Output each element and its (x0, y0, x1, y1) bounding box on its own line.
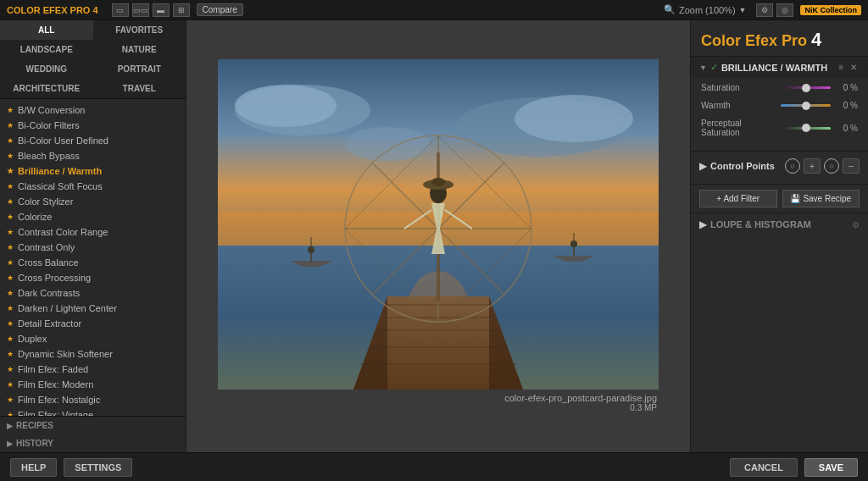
filter-label: Brilliance / Warmth (18, 166, 102, 176)
warmth-value: 0 % (834, 101, 858, 110)
filter-film-modern[interactable]: ★ Film Efex: Modern (0, 377, 186, 392)
tab-landscape[interactable]: LANDSCAPE (0, 40, 93, 59)
star-icon: ★ (7, 274, 14, 282)
star-icon: ★ (7, 258, 14, 267)
cp-add-button[interactable]: + (804, 158, 821, 174)
star-icon: ★ (7, 121, 14, 130)
main-layout: ALL FAVORITES LANDSCAPE NATURE WEDDING P… (0, 20, 868, 452)
view-settings-icon[interactable]: ⚙ (756, 3, 773, 17)
filter-bleach-bypass[interactable]: ★ Bleach Bypass (0, 148, 186, 163)
help-button[interactable]: HELP (10, 458, 57, 477)
section-close-icon[interactable]: ✕ (848, 63, 860, 72)
cp-circle-remove-icon[interactable]: ○ (824, 158, 839, 174)
loupe-icon[interactable]: ◎ (776, 3, 793, 17)
section-menu-icon[interactable]: ≡ (836, 63, 846, 72)
save-button[interactable]: SAVE (804, 458, 858, 477)
filter-label: Duplex (18, 334, 47, 344)
filter-cross-processing[interactable]: ★ Cross Processing (0, 270, 186, 285)
app-title: COLOR EFEX PRO 4 (7, 5, 98, 15)
tab-nature[interactable]: NATURE (93, 40, 186, 59)
filter-label: Contrast Color Range (18, 227, 108, 237)
category-tabs: ALL FAVORITES LANDSCAPE NATURE WEDDING P… (0, 20, 186, 99)
tab-wedding[interactable]: WEDDING (0, 59, 93, 79)
tab-favorites[interactable]: FAVORITES (93, 20, 186, 40)
filter-color-stylizer[interactable]: ★ Color Stylizer (0, 194, 186, 209)
layout-single-icon[interactable]: ▭ (112, 3, 129, 17)
zoom-chevron-icon[interactable]: ▼ (739, 6, 747, 14)
bottom-left-actions: HELP SETTINGS (10, 458, 132, 477)
recipes-toggle[interactable]: ▶ RECIPES (0, 417, 186, 434)
loupe-header[interactable]: ▶ LOUPE & HISTOGRAM ⚙ (691, 213, 868, 235)
filter-bicolor-user-defined[interactable]: ★ Bi-Color User Defined (0, 133, 186, 148)
bottom-right-actions: CANCEL SAVE (730, 458, 858, 477)
brilliance-section-header[interactable]: ▼ ✓ BRILLIANCE / WARMTH ≡ ✕ (691, 57, 868, 78)
filter-duplex[interactable]: ★ Duplex (0, 331, 186, 346)
filter-contrast-color-range[interactable]: ★ Contrast Color Range (0, 224, 186, 240)
filter-darken-lighten[interactable]: ★ Darken / Lighten Center (0, 301, 186, 316)
filter-detail-extractor[interactable]: ★ Detail Extractor (0, 316, 186, 331)
add-filter-button[interactable]: + Add Filter (699, 190, 777, 207)
star-icon: ★ (7, 213, 14, 221)
cp-circle-select-icon[interactable]: ○ (785, 158, 800, 174)
control-points-section: ▶ Control Points ○ + ○ − (691, 151, 868, 184)
compare-button[interactable]: Compare (197, 3, 243, 16)
cancel-button[interactable]: CANCEL (730, 458, 798, 477)
layout-split-v-icon[interactable]: ▭▭ (132, 3, 149, 17)
saturation-thumb[interactable] (802, 84, 810, 92)
saturation-slider[interactable] (781, 86, 831, 89)
filter-brilliance-warmth[interactable]: ★ Brilliance / Warmth (0, 163, 186, 179)
section-enabled-icon: ✓ (710, 62, 718, 73)
tab-travel[interactable]: TRAVEL (93, 79, 186, 98)
save-recipe-button[interactable]: 💾 Save Recipe (782, 190, 860, 207)
history-toggle[interactable]: ▶ HISTORY (0, 434, 186, 452)
filter-label: Dark Contrasts (18, 288, 80, 298)
warmth-slider[interactable] (781, 104, 831, 107)
settings-button[interactable]: SETTINGS (64, 458, 132, 477)
perceptual-thumb[interactable] (802, 124, 810, 132)
warmth-track (781, 104, 831, 107)
tab-architecture[interactable]: ARCHITECTURE (0, 79, 93, 98)
filter-label: Detail Extractor (18, 318, 81, 329)
cp-expand-icon: ▶ (699, 160, 707, 172)
loupe-settings-icon[interactable]: ⚙ (852, 220, 860, 229)
filter-label: Film Efex: Modern (18, 379, 93, 390)
star-icon: ★ (7, 319, 14, 328)
filter-label: B/W Conversion (18, 105, 85, 115)
cp-remove-button[interactable]: − (843, 158, 860, 174)
loupe-expand-icon: ▶ (699, 218, 707, 230)
nik-badge: NiK Collection (800, 5, 861, 15)
loupe-title: LOUPE & HISTOGRAM (710, 219, 849, 229)
star-icon: ★ (7, 228, 14, 236)
perceptual-slider[interactable] (781, 127, 831, 130)
sliders-container: Saturation 0 % Warmth (691, 78, 868, 151)
filter-label: Cross Balance (18, 257, 79, 268)
filter-classical-soft-focus[interactable]: ★ Classical Soft Focus (0, 179, 186, 194)
filter-cross-balance[interactable]: ★ Cross Balance (0, 255, 186, 270)
filter-film-faded[interactable]: ★ Film Efex: Faded (0, 362, 186, 377)
filter-dynamic-skin[interactable]: ★ Dynamic Skin Softener (0, 346, 186, 362)
filter-bicolor-filters[interactable]: ★ Bi-Color Filters (0, 118, 186, 133)
filter-dark-contrasts[interactable]: ★ Dark Contrasts (0, 285, 186, 301)
save-recipe-icon: 💾 (790, 194, 800, 203)
filter-label: Bleach Bypass (18, 151, 80, 161)
tab-all[interactable]: ALL (0, 20, 93, 40)
star-icon: ★ (7, 304, 14, 312)
filter-colorize[interactable]: ★ Colorize (0, 209, 186, 224)
filter-label: Film Efex: Vintage (18, 410, 93, 416)
tab-portrait[interactable]: PORTRAIT (93, 59, 186, 79)
filter-film-nostalgic[interactable]: ★ Film Efex: Nostalgic (0, 392, 186, 407)
layout-icons: ▭ ▭▭ ▬ ⊞ (112, 3, 190, 17)
image-filename: color-efex-pro_postcard-paradise.jpg (220, 393, 657, 403)
warmth-thumb[interactable] (802, 102, 810, 110)
layout-quad-icon[interactable]: ⊞ (173, 3, 190, 17)
save-recipe-label: Save Recipe (803, 194, 851, 203)
layout-split-h-icon[interactable]: ▬ (153, 3, 170, 17)
filter-film-vintage[interactable]: ★ Film Efex: Vintage (0, 407, 186, 416)
filter-bw-conversion[interactable]: ★ B/W Conversion (0, 102, 186, 118)
history-label: HISTORY (16, 439, 53, 448)
star-icon: ★ (7, 243, 14, 252)
filter-contrast-only[interactable]: ★ Contrast Only (0, 240, 186, 255)
zoom-area: 🔍 Zoom (100%) ▼ (664, 4, 747, 15)
brilliance-section: ▼ ✓ BRILLIANCE / WARMTH ≡ ✕ Saturation (691, 56, 868, 151)
star-icon: ★ (7, 411, 14, 416)
